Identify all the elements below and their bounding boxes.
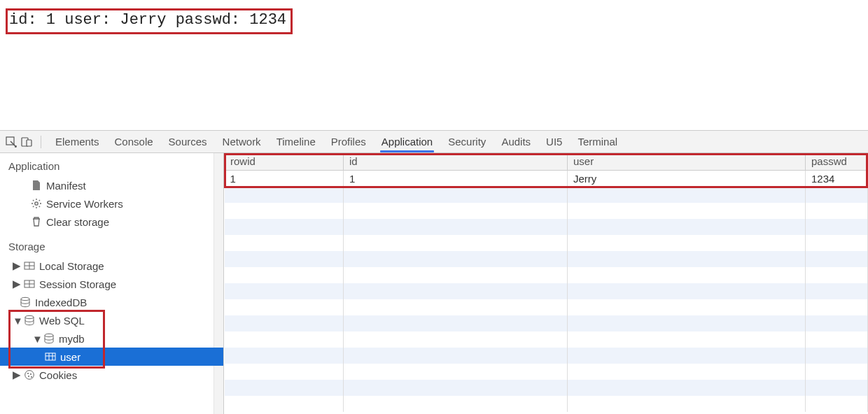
table-row: [225, 203, 868, 219]
sidebar-item-label: user: [60, 351, 80, 363]
tab-profiles[interactable]: Profiles: [324, 133, 373, 150]
svg-point-3: [35, 202, 38, 205]
svg-rect-2: [27, 140, 31, 146]
cell-user: Jerry: [568, 170, 806, 187]
sidebar-item-manifest[interactable]: Manifest: [0, 176, 223, 194]
table-row: [225, 299, 868, 315]
sidebar[interactable]: Application Manifest Service Workers Cle…: [0, 153, 224, 414]
svg-point-14: [31, 376, 32, 378]
tab-sources[interactable]: Sources: [162, 133, 214, 150]
tab-audits[interactable]: Audits: [494, 133, 538, 150]
chevron-right-icon: ▶: [13, 259, 20, 272]
sidebar-item-label: Web SQL: [39, 315, 85, 327]
table-row: [225, 364, 868, 380]
svg-point-12: [30, 373, 31, 375]
gear-icon: [31, 198, 42, 209]
sidebar-item-label: Session Storage: [39, 278, 116, 290]
table-row: [225, 348, 868, 364]
sidebar-item-label: Clear storage: [46, 216, 109, 228]
table-row: [225, 315, 868, 331]
output-text: id: 1 user: Jerry passwd: 1234: [6, 8, 293, 34]
table-wrap: rowid id user passwd 1 1 Jerry 1234: [224, 153, 868, 414]
tab-terminal[interactable]: Terminal: [570, 133, 624, 150]
sidebar-item-cookies[interactable]: ▶ Cookies: [0, 366, 223, 384]
tab-ui5[interactable]: UI5: [539, 133, 569, 150]
sidebar-item-label: Cookies: [39, 369, 77, 381]
tab-console[interactable]: Console: [108, 133, 160, 150]
cell-id: 1: [344, 170, 568, 187]
table-row: [225, 396, 868, 412]
col-id[interactable]: id: [344, 153, 568, 170]
sidebar-item-label: IndexedDB: [35, 297, 87, 308]
table-row: [225, 235, 868, 251]
section-storage: Storage: [0, 234, 223, 257]
table-row: [225, 283, 868, 299]
page-output: id: 1 user: Jerry passwd: 1234: [0, 0, 868, 130]
devtools: Elements Console Sources Network Timelin…: [0, 130, 868, 414]
svg-point-10: [25, 371, 34, 380]
database-icon: [20, 297, 31, 308]
grid-icon: [24, 278, 35, 290]
table-row: [225, 331, 868, 348]
trash-icon: [31, 216, 42, 227]
sidebar-item-service-workers[interactable]: Service Workers: [0, 194, 223, 213]
section-application: Application: [0, 153, 223, 176]
content: rowid id user passwd 1 1 Jerry 1234: [224, 153, 868, 414]
tab-timeline[interactable]: Timeline: [270, 133, 323, 150]
chevron-right-icon: ▶: [13, 369, 20, 381]
table-body: 1 1 Jerry 1234: [225, 170, 868, 412]
svg-point-11: [27, 373, 29, 374]
devtools-toolbar: Elements Console Sources Network Timelin…: [0, 131, 868, 153]
table-row[interactable]: 1 1 Jerry 1234: [225, 170, 868, 187]
sidebar-item-user[interactable]: user: [0, 348, 223, 366]
cell-rowid: 1: [225, 170, 344, 187]
sidebar-item-session-storage[interactable]: ▶ Session Storage: [0, 275, 223, 293]
file-icon: [31, 180, 42, 191]
svg-point-13: [28, 376, 29, 377]
table-row: [225, 267, 868, 283]
sidebar-item-local-storage[interactable]: ▶ Local Storage: [0, 257, 223, 275]
sidebar-item-indexeddb[interactable]: IndexedDB: [0, 293, 223, 311]
tab-security[interactable]: Security: [441, 133, 493, 150]
svg-point-8: [45, 334, 53, 336]
cookie-icon: [24, 369, 35, 380]
database-icon: [24, 315, 35, 326]
svg-point-7: [25, 315, 34, 318]
sidebar-item-label: Local Storage: [39, 260, 104, 272]
table-row: [225, 251, 868, 267]
table-row: [225, 187, 868, 203]
col-user[interactable]: user: [568, 153, 806, 170]
inspect-icon[interactable]: [4, 135, 18, 149]
tab-network[interactable]: Network: [216, 133, 268, 150]
col-passwd[interactable]: passwd: [806, 153, 868, 170]
tab-application[interactable]: Application: [374, 133, 440, 150]
table-row: [225, 219, 868, 235]
chevron-down-icon: ▼: [13, 315, 20, 327]
sidebar-item-web-sql[interactable]: ▼ Web SQL: [0, 311, 223, 329]
toolbar-separator: [41, 136, 41, 148]
application-tree: Manifest Service Workers Clear storage: [0, 176, 223, 234]
table-row: [225, 380, 868, 396]
device-icon[interactable]: [20, 135, 34, 149]
tab-elements[interactable]: Elements: [48, 133, 106, 150]
table-header-row: rowid id user passwd: [225, 153, 868, 170]
sidebar-item-label: mydb: [59, 333, 85, 345]
col-rowid[interactable]: rowid: [225, 153, 344, 170]
sidebar-item-clear-storage[interactable]: Clear storage: [0, 213, 223, 231]
table-icon: [45, 351, 56, 362]
chevron-right-icon: ▶: [13, 278, 20, 290]
database-icon: [43, 333, 55, 344]
cell-passwd: 1234: [806, 170, 868, 187]
sidebar-item-label: Manifest: [46, 180, 86, 192]
chevron-down-icon: ▼: [32, 333, 39, 345]
storage-tree: ▶ Local Storage ▶ Session Storage Indexe…: [0, 257, 223, 387]
sidebar-item-label: Service Workers: [46, 198, 123, 210]
grid-icon: [24, 260, 35, 271]
panel-body: Application Manifest Service Workers Cle…: [0, 153, 868, 414]
svg-point-6: [21, 297, 29, 300]
sidebar-item-mydb[interactable]: ▼ mydb: [0, 329, 223, 348]
svg-rect-9: [46, 353, 55, 360]
data-table: rowid id user passwd 1 1 Jerry 1234: [224, 153, 868, 412]
